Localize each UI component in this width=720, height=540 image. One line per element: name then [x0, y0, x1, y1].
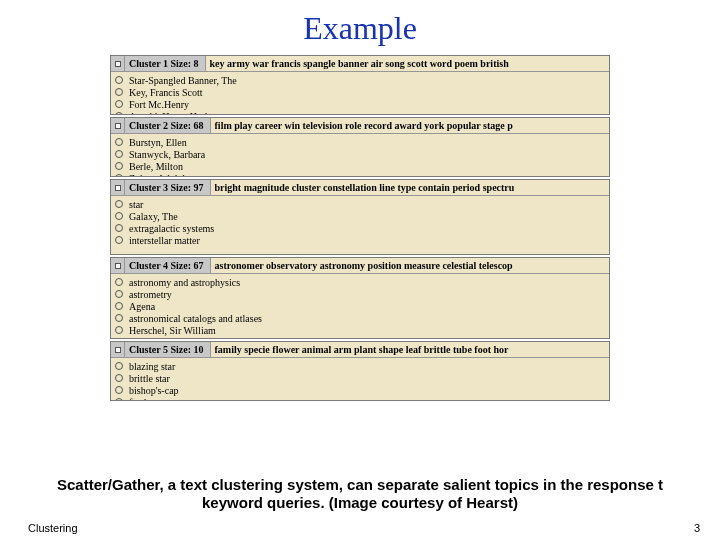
cluster-keywords: bright magnitude cluster constellation l… [211, 180, 609, 195]
list-item[interactable]: Stanwyck, Barbara [115, 148, 605, 160]
list-item[interactable]: Star-Spangled Banner, The [115, 74, 605, 86]
radio-icon [115, 302, 123, 310]
cluster-body: blazing star brittle star bishop's-cap f… [111, 358, 609, 400]
cluster-body: Star-Spangled Banner, The Key, Francis S… [111, 72, 609, 114]
list-item[interactable]: Zukor, Adolph [115, 172, 605, 176]
cluster-label: Cluster 5 Size: 10 [125, 342, 211, 357]
item-text: Zukor, Adolph [129, 173, 188, 177]
slide-title: Example [0, 10, 720, 47]
item-text: blazing star [129, 361, 175, 372]
cluster-header[interactable]: Cluster 3 Size: 97 bright magnitude clus… [111, 180, 609, 196]
cluster-body: star Galaxy, The extragalactic systems i… [111, 196, 609, 254]
list-item[interactable]: Agena [115, 300, 605, 312]
cluster-header[interactable]: Cluster 4 Size: 67 astronomer observator… [111, 258, 609, 274]
item-text: feather star [129, 397, 174, 401]
item-text: Fort Mc.Henry [129, 99, 189, 110]
item-text: star [129, 199, 143, 210]
window-control-icon[interactable] [111, 258, 125, 273]
radio-icon [115, 162, 123, 170]
item-text: Agena [129, 301, 155, 312]
list-item[interactable]: Fort Mc.Henry [115, 98, 605, 110]
list-item[interactable]: star [115, 198, 605, 210]
radio-icon [115, 326, 123, 334]
caption-line-2: keyword queries. (Image courtesy of Hear… [202, 494, 518, 511]
cluster-keywords: key army war francis spangle banner air … [206, 56, 609, 71]
item-text: Key, Francis Scott [129, 87, 203, 98]
radio-icon [115, 212, 123, 220]
cluster-panel: Cluster 4 Size: 67 astronomer observator… [110, 257, 610, 339]
cluster-label: Cluster 1 Size: 8 [125, 56, 206, 71]
radio-icon [115, 362, 123, 370]
item-text: bishop's-cap [129, 385, 179, 396]
item-text: brittle star [129, 373, 170, 384]
cluster-header[interactable]: Cluster 2 Size: 68 film play career win … [111, 118, 609, 134]
item-text: extragalactic systems [129, 223, 214, 234]
list-item[interactable]: extragalactic systems [115, 222, 605, 234]
item-text: astronomical catalogs and atlases [129, 313, 262, 324]
caption-line-1: Scatter/Gather, a text clustering system… [57, 476, 663, 493]
item-text: Herschel, Sir William [129, 325, 216, 336]
footer-page-number: 3 [694, 522, 700, 534]
window-control-icon[interactable] [111, 180, 125, 195]
cluster-panel: Cluster 5 Size: 10 family specie flower … [110, 341, 610, 401]
radio-icon [115, 174, 123, 176]
item-text: Star-Spangled Banner, The [129, 75, 237, 86]
radio-icon [115, 398, 123, 400]
item-text: astronomy and astrophysics [129, 277, 240, 288]
list-item[interactable]: bishop's-cap [115, 384, 605, 396]
cluster-label: Cluster 4 Size: 67 [125, 258, 211, 273]
radio-icon [115, 290, 123, 298]
cluster-keywords: astronomer observatory astronomy positio… [211, 258, 609, 273]
list-item[interactable]: Key, Francis Scott [115, 86, 605, 98]
radio-icon [115, 112, 123, 114]
radio-icon [115, 138, 123, 146]
radio-icon [115, 150, 123, 158]
cluster-header[interactable]: Cluster 5 Size: 10 family specie flower … [111, 342, 609, 358]
list-item[interactable]: Berle, Milton [115, 160, 605, 172]
list-item[interactable]: Galaxy, The [115, 210, 605, 222]
radio-icon [115, 236, 123, 244]
window-control-icon[interactable] [111, 342, 125, 357]
list-item[interactable]: astrometry [115, 288, 605, 300]
item-text: Arnold, Henry Harley [129, 111, 217, 115]
list-item[interactable]: brittle star [115, 372, 605, 384]
cluster-keywords: film play career win television role rec… [211, 118, 609, 133]
item-text: Stanwyck, Barbara [129, 149, 205, 160]
footer-left: Clustering [28, 522, 78, 534]
list-item[interactable]: Herschel, Sir William [115, 324, 605, 336]
radio-icon [115, 88, 123, 96]
list-item[interactable]: feather star [115, 396, 605, 400]
cluster-panel: Cluster 2 Size: 68 film play career win … [110, 117, 610, 177]
window-control-icon[interactable] [111, 56, 125, 71]
item-text: Berle, Milton [129, 161, 183, 172]
list-item[interactable]: interstellar matter [115, 234, 605, 246]
cluster-body: Burstyn, Ellen Stanwyck, Barbara Berle, … [111, 134, 609, 176]
item-text: Galaxy, The [129, 211, 178, 222]
radio-icon [115, 200, 123, 208]
radio-icon [115, 314, 123, 322]
cluster-header[interactable]: Cluster 1 Size: 8 key army war francis s… [111, 56, 609, 72]
cluster-panel: Cluster 3 Size: 97 bright magnitude clus… [110, 179, 610, 255]
cluster-body: astronomy and astrophysics astrometry Ag… [111, 274, 609, 338]
caption: Scatter/Gather, a text clustering system… [0, 476, 720, 512]
radio-icon [115, 386, 123, 394]
scatter-gather-app: Cluster 1 Size: 8 key army war francis s… [110, 55, 610, 401]
list-item[interactable]: blazing star [115, 360, 605, 372]
cluster-label: Cluster 3 Size: 97 [125, 180, 211, 195]
list-item[interactable]: astronomical catalogs and atlases [115, 312, 605, 324]
list-item[interactable]: Arnold, Henry Harley [115, 110, 605, 114]
list-item[interactable]: astronomy and astrophysics [115, 276, 605, 288]
cluster-panel: Cluster 1 Size: 8 key army war francis s… [110, 55, 610, 115]
list-item[interactable]: Burstyn, Ellen [115, 136, 605, 148]
cluster-label: Cluster 2 Size: 68 [125, 118, 211, 133]
item-text: astrometry [129, 289, 172, 300]
radio-icon [115, 100, 123, 108]
window-control-icon[interactable] [111, 118, 125, 133]
cluster-keywords: family specie flower animal arm plant sh… [211, 342, 609, 357]
item-text: interstellar matter [129, 235, 200, 246]
radio-icon [115, 224, 123, 232]
radio-icon [115, 278, 123, 286]
radio-icon [115, 76, 123, 84]
item-text: Burstyn, Ellen [129, 137, 187, 148]
radio-icon [115, 374, 123, 382]
